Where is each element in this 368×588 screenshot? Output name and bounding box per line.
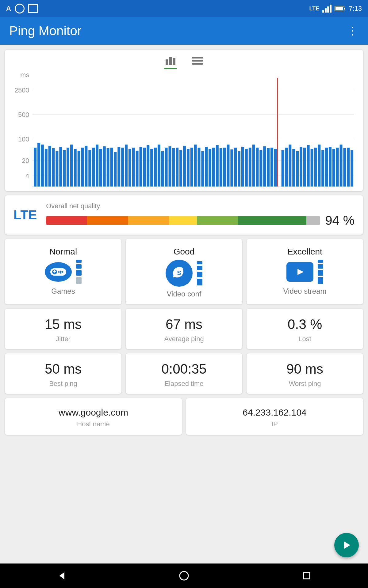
elapsed-card: 0:00:35 Elapsed time bbox=[126, 353, 242, 394]
hostname-value: www.google.com bbox=[59, 407, 128, 418]
video-conf-label: Video conf bbox=[167, 290, 201, 298]
video-conf-icon-row: S bbox=[166, 260, 202, 287]
svg-rect-80 bbox=[249, 148, 251, 187]
svg-rect-56 bbox=[161, 151, 164, 187]
svg-rect-90 bbox=[289, 145, 291, 187]
svg-marker-121 bbox=[59, 572, 64, 579]
svg-rect-23 bbox=[41, 145, 44, 187]
chart-card: ms 2500 500 100 20 4 bbox=[5, 50, 363, 191]
svg-rect-33 bbox=[78, 151, 80, 187]
svg-rect-105 bbox=[343, 148, 346, 187]
status-icon-circle bbox=[15, 4, 25, 13]
status-icon-a: A bbox=[6, 5, 11, 13]
time-display: 7:13 bbox=[349, 5, 362, 13]
svg-rect-21 bbox=[34, 148, 36, 187]
svg-rect-22 bbox=[37, 143, 40, 187]
back-button[interactable] bbox=[56, 570, 67, 581]
tab-bar-chart[interactable] bbox=[164, 55, 177, 69]
svg-rect-86 bbox=[270, 148, 273, 187]
svg-text:2500: 2500 bbox=[14, 86, 29, 94]
gamepad-icon bbox=[49, 265, 67, 279]
svg-rect-53 bbox=[150, 149, 153, 187]
avg-ping-label: Average ping bbox=[164, 335, 204, 343]
recent-icon bbox=[301, 570, 312, 581]
svg-rect-75 bbox=[230, 149, 233, 187]
home-button[interactable] bbox=[178, 570, 190, 581]
video-conf-signal-bar bbox=[197, 261, 202, 285]
best-ping-card: 50 ms Best ping bbox=[5, 353, 121, 394]
svg-rect-27 bbox=[56, 151, 58, 187]
hostname-card: www.google.com Host name bbox=[5, 398, 182, 435]
svg-rect-91 bbox=[292, 149, 295, 187]
signal-bars-icon bbox=[322, 5, 332, 13]
jitter-label: Jitter bbox=[56, 335, 71, 343]
skype-icon: S bbox=[171, 265, 188, 282]
ip-label: IP bbox=[271, 420, 278, 428]
svg-rect-72 bbox=[220, 148, 222, 187]
svg-rect-69 bbox=[209, 149, 211, 187]
svg-rect-58 bbox=[169, 146, 171, 187]
elapsed-value: 0:00:35 bbox=[162, 361, 207, 377]
svg-rect-96 bbox=[311, 149, 313, 187]
svg-rect-39 bbox=[99, 149, 102, 187]
svg-rect-92 bbox=[296, 151, 299, 187]
games-quality-label: Normal bbox=[49, 247, 77, 257]
ip-card: 64.233.162.104 IP bbox=[186, 398, 363, 435]
svg-rect-24 bbox=[45, 149, 48, 187]
svg-rect-87 bbox=[274, 149, 277, 187]
svg-rect-70 bbox=[212, 148, 215, 187]
hostname-label: Host name bbox=[77, 420, 109, 428]
svg-rect-7 bbox=[192, 60, 203, 62]
more-vert-icon[interactable]: ⋮ bbox=[347, 24, 359, 37]
svg-rect-95 bbox=[307, 145, 310, 187]
lost-card: 0.3 % Lost bbox=[247, 309, 363, 349]
status-icon-square bbox=[28, 4, 38, 13]
svg-rect-2 bbox=[335, 7, 343, 10]
games-card: Normal bbox=[5, 239, 121, 304]
lost-label: Lost bbox=[298, 335, 311, 343]
tab-list-view[interactable] bbox=[191, 55, 204, 69]
avg-ping-card: 67 ms Average ping bbox=[126, 309, 242, 349]
games-icon-row bbox=[45, 260, 82, 284]
bottom-cards-row: www.google.com Host name 64.233.162.104 … bbox=[5, 398, 363, 435]
play-fab[interactable] bbox=[334, 533, 359, 557]
svg-rect-100 bbox=[325, 148, 328, 187]
svg-rect-82 bbox=[256, 148, 259, 187]
list-view-icon bbox=[191, 55, 204, 66]
recent-button[interactable] bbox=[301, 570, 312, 581]
worst-ping-value: 90 ms bbox=[286, 361, 323, 377]
svg-rect-42 bbox=[110, 148, 113, 187]
quality-bar bbox=[46, 216, 320, 225]
video-stream-label: Video stream bbox=[283, 287, 327, 296]
chart-tabs bbox=[11, 55, 357, 69]
home-icon bbox=[178, 570, 190, 581]
svg-rect-59 bbox=[172, 148, 175, 187]
svg-rect-64 bbox=[190, 148, 193, 187]
nav-bar bbox=[0, 564, 368, 588]
worst-ping-card: 90 ms Worst ping bbox=[247, 353, 363, 394]
svg-text:20: 20 bbox=[22, 157, 29, 164]
svg-rect-5 bbox=[173, 58, 175, 65]
video-conf-quality-label: Good bbox=[174, 247, 195, 257]
svg-rect-66 bbox=[198, 148, 201, 187]
svg-rect-102 bbox=[332, 149, 335, 187]
svg-rect-31 bbox=[70, 145, 73, 187]
svg-text:S: S bbox=[177, 270, 181, 276]
status-right: LTE 7:13 bbox=[309, 5, 362, 13]
svg-rect-8 bbox=[192, 63, 203, 65]
svg-rect-62 bbox=[183, 146, 186, 187]
app-bar: Ping Monitor ⋮ bbox=[0, 17, 368, 45]
chart-area: ms 2500 500 100 20 4 bbox=[11, 72, 357, 188]
svg-rect-97 bbox=[314, 148, 317, 187]
svg-rect-71 bbox=[216, 145, 219, 187]
svg-rect-29 bbox=[63, 150, 66, 187]
svg-rect-103 bbox=[336, 148, 339, 187]
jitter-card: 15 ms Jitter bbox=[5, 309, 121, 349]
svg-rect-54 bbox=[154, 148, 157, 187]
svg-rect-37 bbox=[92, 148, 95, 187]
svg-rect-84 bbox=[263, 146, 266, 187]
svg-rect-4 bbox=[169, 57, 172, 65]
svg-text:4: 4 bbox=[25, 172, 29, 180]
svg-rect-61 bbox=[179, 150, 182, 187]
video-conf-card: Good S Video conf bbox=[126, 239, 242, 304]
